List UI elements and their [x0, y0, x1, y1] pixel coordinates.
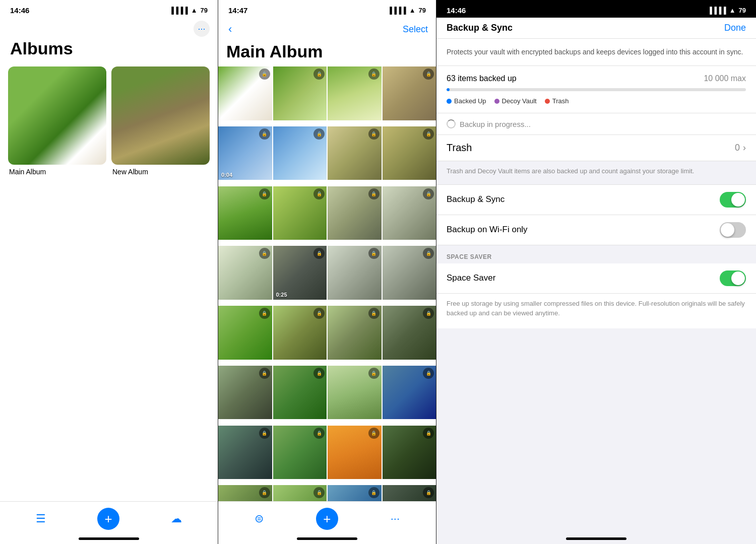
add-button-1[interactable]: + — [97, 508, 119, 530]
album-item-new[interactable]: New Album — [111, 66, 210, 177]
battery-icon-3: 79 — [739, 7, 746, 14]
photo-cell[interactable]: 🔒 — [218, 366, 272, 420]
backup-sync-toggle[interactable] — [720, 192, 746, 208]
backup-progress-text: Backup in progress... — [460, 120, 531, 128]
lock-icon: 🔒 — [368, 248, 380, 259]
photo-cell[interactable]: 🔒 — [218, 66, 272, 120]
lock-icon: 🔒 — [259, 188, 270, 199]
signal-icon-3: ▐▐▐▐ — [708, 7, 726, 14]
lock-icon: 🔒 — [259, 128, 270, 140]
lock-icon: 🔒 — [368, 128, 380, 140]
status-icons-1: ▐▐▐▐ ▲ 79 — [169, 7, 208, 14]
plus-icon-2: + — [316, 508, 338, 530]
backup-home-indicator — [436, 527, 756, 544]
chevron-right-icon: › — [743, 143, 746, 153]
photo-cell[interactable]: 🔒 — [383, 246, 436, 300]
toggle-knob-1 — [731, 193, 745, 207]
home-indicator-1 — [79, 537, 139, 540]
more-button[interactable]: ··· — [194, 21, 210, 37]
photo-cell[interactable]: 🔒 — [383, 126, 436, 180]
photo-cell[interactable]: 🔒 — [328, 246, 382, 300]
photo-cell[interactable]: 🔒 — [328, 66, 382, 120]
photo-cell[interactable]: 🔒 — [383, 426, 436, 480]
album-item-main[interactable]: Main Album — [8, 66, 106, 177]
trash-row[interactable]: Trash 0 › — [436, 135, 756, 161]
lock-icon: 🔒 — [313, 308, 325, 319]
backup-wifi-toggle[interactable] — [720, 222, 746, 238]
photo-cell[interactable]: 🔒 — [383, 186, 436, 240]
space-saver-toggle[interactable] — [720, 270, 746, 286]
more-tab-button[interactable]: ··· — [391, 512, 400, 525]
signal-icon-2: ▐▐▐▐ — [388, 7, 406, 14]
done-button[interactable]: Done — [724, 23, 746, 33]
trash-label: Trash — [447, 142, 472, 154]
status-bar-2: 14:47 ▐▐▐▐ ▲ 79 — [218, 0, 436, 18]
space-saver-toggle-row: Space Saver — [436, 263, 756, 294]
status-bar-1: 14:46 ▐▐▐▐ ▲ 79 — [0, 0, 218, 18]
battery-icon: 79 — [201, 7, 208, 14]
albums-title: Albums — [0, 39, 218, 66]
decoy-vault-dot — [494, 99, 499, 104]
select-button[interactable]: Select — [403, 24, 428, 35]
backup-sync-label: Backup & Sync — [447, 194, 505, 205]
video-duration: 0:25 — [276, 292, 287, 298]
wifi-icon-3: ▲ — [729, 7, 736, 14]
home-indicator-2 — [297, 537, 357, 540]
lock-icon: 🔒 — [368, 308, 380, 319]
backup-progress-row: Backup in progress... — [436, 113, 756, 135]
photo-cell[interactable]: 🔒0:25 — [273, 246, 327, 300]
space-saver-description: Free up storage by using smaller compres… — [436, 294, 756, 328]
backup-sync-toggle-row: Backup & Sync — [436, 185, 756, 215]
photo-cell[interactable]: 🔒 — [218, 186, 272, 240]
time-2: 14:47 — [228, 6, 247, 15]
status-icons-3: ▐▐▐▐ ▲ 79 — [708, 7, 746, 14]
photo-cell[interactable]: 🔒 — [273, 366, 327, 420]
back-button[interactable]: ‹ — [226, 21, 234, 38]
nav-bar: ‹ Select — [218, 18, 436, 40]
photo-cell[interactable]: 🔒 — [328, 126, 382, 180]
cloud-tab-button[interactable]: ☁ — [171, 512, 182, 525]
photo-cell[interactable]: 🔒 — [328, 306, 382, 360]
progress-bar-container — [447, 88, 746, 91]
backup-stats-label: 63 items backed up — [447, 74, 517, 83]
photo-cell[interactable]: 🔒 — [328, 366, 382, 420]
photo-cell[interactable]: 🔒 — [218, 306, 272, 360]
album-image-new — [111, 66, 210, 165]
photo-cell[interactable]: 🔒0:04 — [218, 126, 272, 180]
photo-cell[interactable]: 🔒 — [383, 306, 436, 360]
photo-cell[interactable]: 🔒 — [273, 66, 327, 120]
photo-cell[interactable]: 🔒 — [273, 306, 327, 360]
legend-row: Backed Up Decoy Vault Trash — [447, 97, 746, 105]
video-duration: 0:04 — [221, 172, 232, 178]
list-tab-button[interactable]: ☰ — [36, 512, 46, 525]
signal-icon: ▐▐▐▐ — [169, 7, 188, 14]
main-album-title: Main Album — [218, 40, 436, 66]
album-label-main: Main Album — [8, 165, 106, 177]
add-button-2[interactable]: + — [316, 508, 338, 530]
backup-stats-section: 63 items backed up 10 000 max Backed Up … — [436, 66, 756, 113]
photo-cell[interactable]: 🔒 — [273, 186, 327, 240]
photo-cell[interactable]: 🔒 — [328, 186, 382, 240]
albums-panel: 14:46 ▐▐▐▐ ▲ 79 ··· Albums Main Album Ne… — [0, 0, 218, 544]
photo-cell[interactable]: 🔒 — [273, 426, 327, 480]
more-icon: ··· — [391, 512, 400, 525]
backup-panel: 14:46 ▐▐▐▐ ▲ 79 Backup & Sync Done Prote… — [436, 0, 756, 544]
lock-icon: 🔒 — [368, 368, 380, 379]
photo-cell[interactable]: 🔒 — [383, 366, 436, 420]
backup-content: Protects your vault with encrypted backu… — [436, 39, 756, 527]
lock-icon: 🔒 — [313, 69, 325, 80]
chat-tab-button[interactable]: ⊜ — [255, 512, 264, 525]
backup-wifi-toggle-row: Backup on Wi-Fi only — [436, 215, 756, 245]
time-1: 14:46 — [10, 6, 29, 15]
lock-icon: 🔒 — [259, 308, 270, 319]
lock-icon: 🔒 — [313, 428, 325, 439]
photo-cell[interactable]: 🔒 — [328, 426, 382, 480]
backup-stats-max: 10 000 max — [704, 74, 746, 83]
photo-cell[interactable]: 🔒 — [218, 426, 272, 480]
legend-backed-up: Backed Up — [447, 97, 486, 105]
trash-note: Trash and Decoy Vault items are also bac… — [436, 161, 756, 185]
photo-cell[interactable]: 🔒 — [218, 246, 272, 300]
photo-cell[interactable]: 🔒 — [273, 126, 327, 180]
photo-cell[interactable]: 🔒 — [383, 66, 436, 120]
lock-icon: 🔒 — [423, 128, 434, 140]
